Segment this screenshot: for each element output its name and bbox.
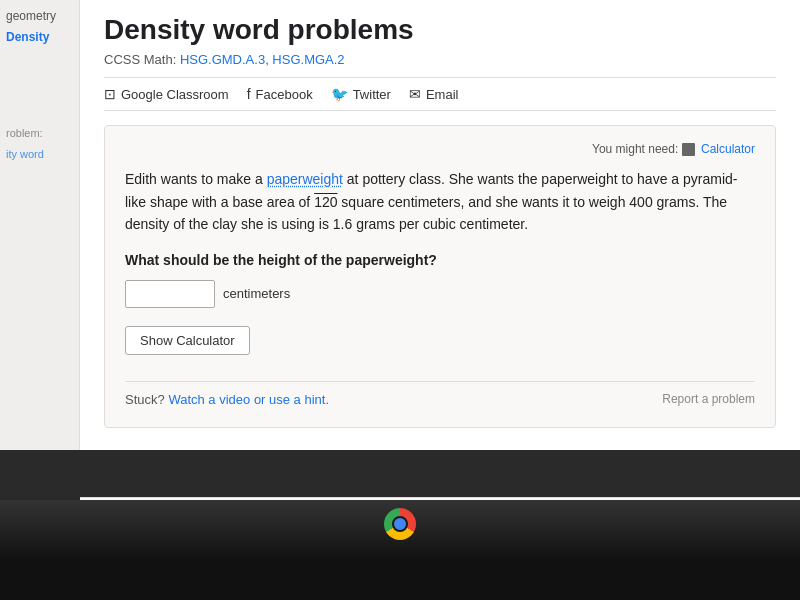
- ccss-link-1[interactable]: HSG.GMD.A.3: [180, 52, 265, 67]
- taskbar: [0, 500, 800, 600]
- bottom-links: Stuck? Watch a video or use a hint. Repo…: [125, 392, 755, 407]
- show-calculator-button[interactable]: Show Calculator: [125, 326, 250, 355]
- share-google-classroom[interactable]: ⊡ Google Classroom: [104, 86, 229, 102]
- share-facebook[interactable]: f Facebook: [247, 86, 313, 102]
- sidebar-item-geometry[interactable]: geometry: [6, 8, 73, 25]
- base-area: 120: [314, 194, 337, 210]
- hint-link[interactable]: Watch a video or use a hint.: [168, 392, 329, 407]
- unit-label: centimeters: [223, 286, 290, 301]
- sidebar-problem-label: roblem:: [6, 126, 73, 141]
- facebook-icon: f: [247, 86, 251, 102]
- report-link[interactable]: Report a problem: [662, 392, 755, 406]
- email-icon: ✉: [409, 86, 421, 102]
- answer-row: centimeters: [125, 280, 755, 308]
- ccss-link-2[interactable]: HSG.MGA.2: [272, 52, 344, 67]
- calculator-link[interactable]: Calculator: [701, 142, 755, 156]
- divider: [125, 381, 755, 382]
- calculator-icon: [682, 143, 695, 156]
- sidebar: geometry Density roblem: ity word: [0, 0, 80, 450]
- paperweight-link[interactable]: paperweight: [267, 171, 343, 187]
- chrome-icon[interactable]: [384, 508, 416, 540]
- google-classroom-icon: ⊡: [104, 86, 116, 102]
- density-value: 1.6: [333, 216, 352, 232]
- main-content: Density word problems CCSS Math: HSG.GMD…: [80, 0, 800, 450]
- weight-value: 400: [629, 194, 652, 210]
- problem-body: Edith wants to make a paperweight at pot…: [125, 168, 755, 235]
- sidebar-item-density[interactable]: Density: [6, 29, 73, 46]
- answer-input[interactable]: [125, 280, 215, 308]
- twitter-icon: 🐦: [331, 86, 348, 102]
- you-might-need: You might need: Calculator: [125, 142, 755, 156]
- share-twitter[interactable]: 🐦 Twitter: [331, 86, 391, 102]
- page-title: Density word problems: [104, 14, 776, 46]
- question-text: What should be the height of the paperwe…: [125, 252, 755, 268]
- problem-area: You might need: Calculator Edith wants t…: [104, 125, 776, 428]
- stuck-text: Stuck? Watch a video or use a hint.: [125, 392, 329, 407]
- sidebar-ity-word: ity word: [6, 147, 73, 162]
- share-bar: ⊡ Google Classroom f Facebook 🐦 Twitter …: [104, 77, 776, 111]
- share-email[interactable]: ✉ Email: [409, 86, 459, 102]
- ccss-line: CCSS Math: HSG.GMD.A.3, HSG.MGA.2: [104, 52, 776, 67]
